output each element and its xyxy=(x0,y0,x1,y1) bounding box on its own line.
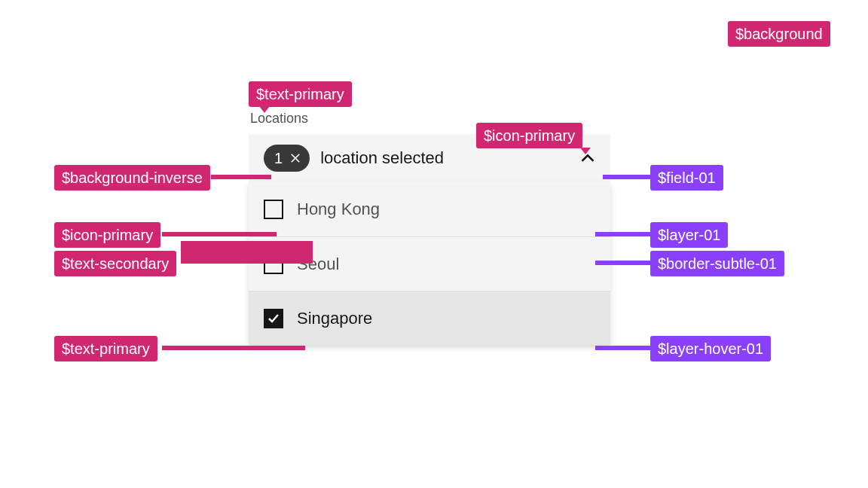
options-menu: Hong Kong Seoul Singapore xyxy=(249,182,610,345)
token-text-primary-left: $text-primary xyxy=(54,336,157,361)
token-layer-hover-01: $layer-hover-01 xyxy=(650,336,771,361)
selection-tag[interactable]: 1 xyxy=(264,145,310,172)
checkbox-icon[interactable] xyxy=(264,200,283,219)
token-text-secondary: $text-secondary xyxy=(54,251,176,276)
checkbox-checked-icon[interactable] xyxy=(264,309,283,328)
token-icon-primary: $icon-primary xyxy=(476,123,582,148)
option-label: Singapore xyxy=(297,309,372,328)
pointer-icon xyxy=(259,106,270,113)
token-background-inverse: $background-inverse xyxy=(54,165,210,191)
option-hong-kong[interactable]: Hong Kong xyxy=(249,182,610,236)
field-summary-text: location selected xyxy=(320,148,570,168)
option-label: Seoul xyxy=(297,255,339,274)
svg-point-16 xyxy=(595,346,601,350)
token-icon-primary-left: $icon-primary xyxy=(54,222,160,248)
token-text-primary: $text-primary xyxy=(249,81,352,107)
option-seoul[interactable]: Seoul xyxy=(249,236,610,291)
pointer-icon xyxy=(580,148,591,154)
token-background: $background xyxy=(728,21,830,47)
clear-selection-icon[interactable] xyxy=(290,153,301,163)
selection-count: 1 xyxy=(274,150,283,167)
token-border-subtle-01: $border-subtle-01 xyxy=(650,251,784,276)
token-layer-01: $layer-01 xyxy=(650,222,728,248)
svg-point-14 xyxy=(299,346,305,350)
checkbox-icon[interactable] xyxy=(264,255,283,274)
token-field-01: $field-01 xyxy=(650,165,723,191)
option-label: Hong Kong xyxy=(297,200,380,219)
option-singapore[interactable]: Singapore xyxy=(249,291,610,345)
